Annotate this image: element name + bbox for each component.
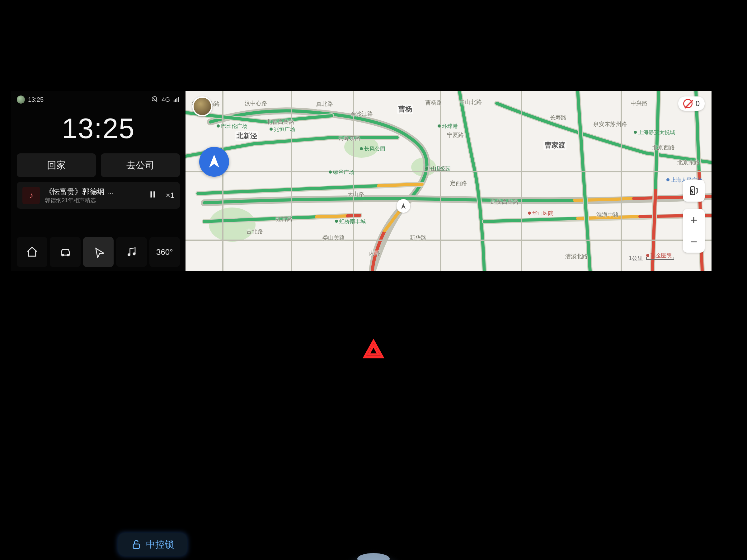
central-lock-label: 中控锁 (146, 538, 174, 551)
svg-point-12 (209, 208, 256, 242)
media-speed-button[interactable]: ×1 (166, 191, 174, 200)
zoom-out-button[interactable]: − (683, 231, 705, 252)
bell-off-icon (151, 96, 158, 103)
svg-point-6 (62, 254, 63, 256)
media-artwork: ♪ (22, 187, 40, 204)
compass-button[interactable] (199, 147, 229, 177)
zoom-in-button[interactable]: + (683, 209, 705, 231)
svg-rect-14 (133, 544, 139, 549)
hazard-lights-button[interactable] (360, 336, 387, 362)
home-icon (26, 246, 38, 258)
speed-value: 0 (696, 99, 700, 108)
vehicle-marker (396, 199, 410, 213)
speed-limit-icon (683, 99, 693, 108)
status-bar: 13:25 4G (17, 93, 180, 106)
media-titles: 《怯富贵》郭德纲 … 郭德纲21年相声精选 (45, 187, 140, 204)
svg-rect-5 (153, 191, 155, 197)
knob-glow-icon (343, 527, 404, 560)
statusbar-avatar[interactable] (17, 96, 25, 104)
destination-row: 回家 去公司 (17, 153, 180, 177)
map[interactable]: 北新泾曹杨曹家渡 祁连山南路汶中心路北翟高架路真北路金沙江路曹杨路中山北路长寿路… (185, 91, 712, 271)
hazard-triangle-icon (363, 338, 384, 360)
dock-nav-button[interactable] (83, 237, 113, 267)
north-arrow-icon (205, 153, 223, 170)
zoom-control: + − (683, 209, 705, 252)
media-card[interactable]: ♪ 《怯富贵》郭德纲 … 郭德纲21年相声精选 ×1 (17, 182, 180, 209)
dock-music-button[interactable] (116, 237, 147, 267)
dock: 360° (17, 237, 180, 267)
svg-point-7 (67, 254, 69, 256)
nav-arrow-icon (93, 246, 104, 258)
svg-point-9 (133, 253, 135, 255)
dock-360-label: 360° (156, 247, 173, 257)
go-home-button[interactable]: 回家 (17, 153, 96, 177)
dock-car-button[interactable] (50, 237, 80, 267)
svg-rect-4 (150, 191, 152, 197)
pause-icon (149, 190, 157, 199)
music-icon (126, 246, 137, 258)
svg-rect-3 (178, 97, 179, 102)
left-column: 13:25 4G 13:25 回家 去公司 (11, 91, 185, 271)
map-user-avatar[interactable] (192, 97, 212, 116)
infotainment-panel: 13:25 4G 13:25 回家 去公司 (11, 91, 712, 271)
go-work-label: 去公司 (126, 159, 154, 172)
vehicle-icon (400, 202, 407, 210)
map-scale: 1公里 (629, 255, 674, 262)
go-work-button[interactable]: 去公司 (101, 153, 180, 177)
svg-rect-2 (177, 98, 177, 102)
big-clock: 13:25 (17, 113, 180, 145)
scale-label: 1公里 (629, 255, 643, 262)
dock-home-button[interactable] (17, 237, 47, 267)
media-title: 《怯富贵》郭德纲 … (45, 187, 140, 196)
status-signal-label: 4G (161, 96, 170, 103)
svg-rect-1 (175, 99, 176, 102)
svg-rect-0 (174, 101, 175, 102)
car-icon (58, 246, 72, 258)
dock-360-button[interactable]: 360° (149, 237, 180, 267)
speed-pill[interactable]: 0 (678, 97, 705, 111)
scale-line-icon (646, 257, 674, 260)
signal-icon (173, 96, 180, 103)
charge-stations-button[interactable] (683, 180, 705, 202)
map-roads (185, 91, 712, 271)
go-home-label: 回家 (47, 159, 66, 172)
status-time: 13:25 (28, 96, 44, 103)
unlock-icon (131, 539, 141, 550)
svg-point-8 (128, 254, 130, 256)
charge-icon (688, 185, 700, 196)
media-subtitle: 郭德纲21年相声精选 (45, 196, 140, 204)
console-knob[interactable] (343, 527, 404, 560)
play-pause-button[interactable] (145, 190, 161, 201)
central-lock-button[interactable]: 中控锁 (118, 533, 187, 556)
svg-rect-13 (690, 187, 695, 194)
